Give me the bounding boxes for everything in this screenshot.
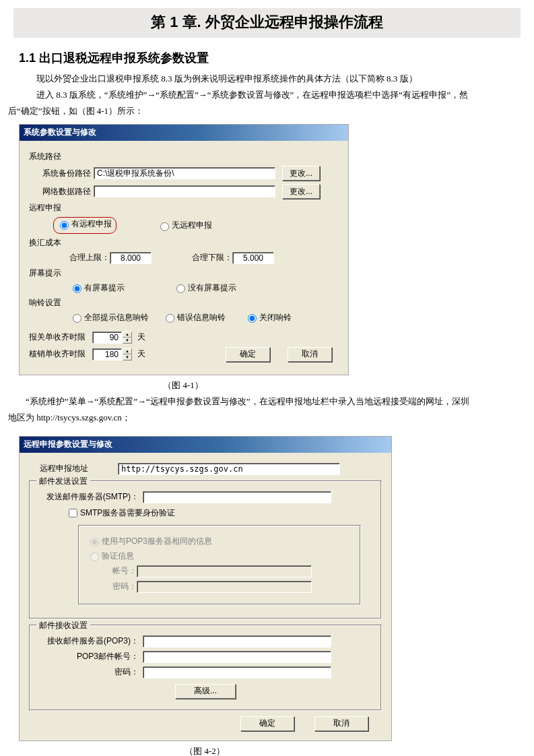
upper-input[interactable] — [110, 252, 152, 264]
radio-verify-info: 验证信息 — [87, 550, 134, 562]
ok-button[interactable]: 确定 — [240, 716, 294, 731]
auth-account-input — [137, 565, 312, 577]
baoguan-spinner[interactable]: ▲▼ — [92, 332, 132, 344]
radio-ring-err[interactable]: 错误信息响铃 — [162, 312, 226, 323]
advanced-button[interactable]: 高级... — [175, 684, 236, 699]
label-huanhui: 换汇成本 — [29, 237, 83, 249]
backup-path-input[interactable] — [94, 167, 275, 179]
label-hexiao: 核销单收齐时限 — [29, 348, 92, 360]
pop3-input[interactable] — [143, 635, 331, 648]
change-netdata-button[interactable]: 更改... — [282, 184, 320, 199]
spin-up-icon[interactable]: ▲ — [123, 348, 132, 354]
dialog-remote-params: 远程申报参数设置与修改 远程申报地址 邮件发送设置 发送邮件服务器(SMTP)：… — [19, 436, 392, 741]
dialog-system-params: 系统参数设置与修改 系统路径 系统备份路径 更改... 网络数据路径 更改...… — [19, 124, 349, 375]
radio-screen-no[interactable]: 没有屏幕提示 — [173, 282, 236, 294]
label-upper: 合理上限： — [69, 252, 110, 263]
label-account: 帐号： — [107, 565, 137, 577]
label-days: 天 — [137, 348, 145, 360]
label-pop3-pwd: 密码： — [38, 666, 143, 678]
legend-send: 邮件发送设置 — [36, 476, 90, 487]
change-backup-button[interactable]: 更改... — [282, 166, 320, 181]
paragraph-3b: 地区为 http://tsycys.szgs.gov.cn； — [8, 410, 515, 425]
label-sys-path: 系统路径 — [29, 151, 83, 162]
legend-recv: 邮件接收设置 — [36, 620, 90, 631]
fieldset-send: 邮件发送设置 发送邮件服务器(SMTP)： SMTP服务器需要身份验证 使用与P… — [29, 480, 382, 619]
label-netdata-path: 网络数据路径 — [29, 186, 94, 197]
figure-caption-41: （图 4-1） — [0, 379, 366, 391]
spin-down-icon[interactable]: ▼ — [123, 354, 132, 360]
cancel-button[interactable]: 取消 — [288, 347, 332, 362]
label-lower: 合理下限： — [192, 252, 232, 263]
radio-remote-yes[interactable]: 有远程申报 — [57, 218, 112, 230]
netdata-path-input[interactable] — [94, 185, 275, 197]
label-remote: 远程申报 — [29, 202, 83, 214]
label-pop3: 接收邮件服务器(POP3)： — [38, 635, 143, 647]
label-pop3-acct: POP3邮件帐号： — [38, 651, 143, 662]
paragraph-1: 现以外贸企业出口退税申报系统 8.3 版为例来说明远程申报系统操作的具体方法（以… — [19, 71, 515, 86]
label-baoguan: 报关单收齐时限 — [29, 332, 92, 343]
spin-down-icon[interactable]: ▼ — [123, 338, 132, 344]
figure-caption-42: （图 4-2） — [0, 745, 409, 756]
fieldset-recv: 邮件接收设置 接收邮件服务器(POP3)： POP3邮件帐号： 密码： 高级..… — [29, 625, 382, 711]
label-days: 天 — [137, 332, 145, 343]
radio-same-pop3: 使用与POP3服务器相同的信息 — [87, 536, 212, 547]
label-remote-addr: 远程申报地址 — [29, 463, 118, 474]
radio-remote-no[interactable]: 无远程申报 — [157, 220, 212, 231]
fieldset-auth-sub: 使用与POP3服务器相同的信息 验证信息 帐号： 密码： — [78, 525, 361, 605]
label-smtp: 发送邮件服务器(SMTP)： — [38, 491, 143, 503]
label-screen: 屏幕提示 — [29, 267, 83, 279]
radio-screen-yes[interactable]: 有屏幕提示 — [69, 282, 125, 294]
cancel-button[interactable]: 取消 — [314, 716, 368, 731]
section-title: 1.1 出口退税远程申报系统参数设置 — [19, 50, 534, 66]
paragraph-2: 进入 8.3 版系统，“系统维护”→“系统配置”→“系统参数设置与修改”，在远程… — [19, 88, 515, 102]
lower-input[interactable] — [232, 252, 274, 264]
smtp-input[interactable] — [143, 491, 331, 503]
highlight-ring: 有远程申报 — [53, 217, 116, 234]
ok-button[interactable]: 确定 — [226, 347, 270, 362]
paragraph-2b: 后“确定”按钮，如（图 4-1）所示： — [8, 104, 515, 119]
checkbox-smtp-auth[interactable]: SMTP服务器需要身份验证 — [66, 507, 175, 519]
remote-addr-input[interactable] — [118, 463, 340, 475]
chapter-title: 第 1 章. 外贸企业远程申报操作流程 — [13, 8, 521, 38]
dialog-title: 远程申报参数设置与修改 — [20, 437, 391, 453]
auth-password-input — [137, 581, 312, 593]
paragraph-3: “系统维护”菜单→“系统配置”→“远程申报参数设置与修改”，在远程申报地址栏中录… — [8, 394, 515, 409]
hexiao-spinner[interactable]: ▲▼ — [92, 348, 132, 360]
spin-up-icon[interactable]: ▲ — [123, 332, 132, 338]
dialog-title: 系统参数设置与修改 — [20, 125, 348, 141]
label-password: 密码： — [107, 581, 137, 592]
label-backup-path: 系统备份路径 — [29, 168, 94, 179]
label-ring: 响铃设置 — [29, 297, 83, 309]
pop3-acct-input[interactable] — [143, 651, 331, 663]
pop3-pwd-input[interactable] — [143, 666, 331, 679]
radio-ring-off[interactable]: 关闭响铃 — [244, 312, 292, 323]
radio-ring-all[interactable]: 全部提示信息响铃 — [69, 312, 149, 323]
